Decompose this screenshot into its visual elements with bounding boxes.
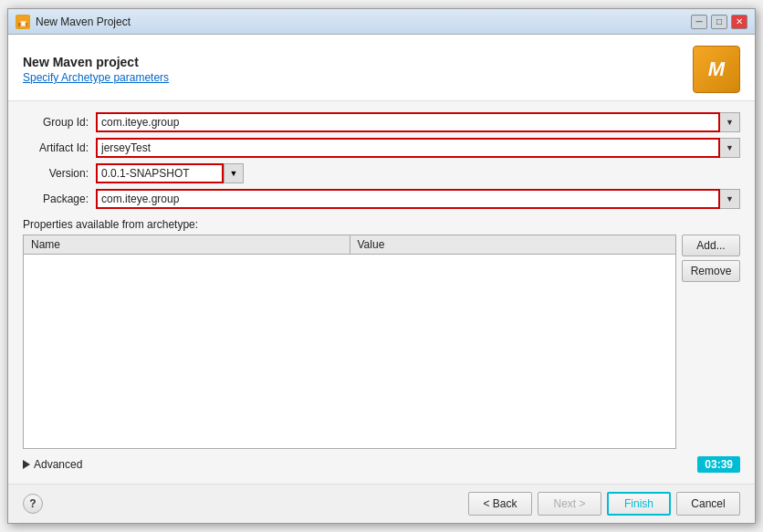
time-badge: 03:39 — [697, 456, 740, 473]
cancel-button[interactable]: Cancel — [676, 492, 740, 516]
properties-section: Properties available from archetype: Nam… — [23, 218, 740, 449]
help-button[interactable]: ? — [23, 494, 43, 514]
dialog-subtitle[interactable]: Specify Archetype parameters — [23, 71, 169, 84]
group-id-label: Group Id: — [23, 116, 96, 129]
dialog-body: Group Id: ▼ Artifact Id: ▼ Version: ▼ Pa… — [8, 101, 755, 484]
artifact-id-label: Artifact Id: — [23, 141, 96, 154]
version-dropdown-arrow[interactable]: ▼ — [224, 163, 244, 183]
package-row: Package: ▼ — [23, 189, 740, 209]
version-input[interactable] — [96, 163, 224, 183]
table-header: Name Value — [24, 235, 675, 255]
svg-text:▣: ▣ — [20, 19, 26, 26]
artifact-id-input-wrapper: ▼ — [96, 138, 740, 158]
dialog-window: ▣ New Maven Project ─ □ ✕ New Maven proj… — [7, 8, 756, 524]
package-input[interactable] — [96, 189, 720, 209]
group-id-input[interactable] — [96, 112, 720, 132]
dialog-footer: ? < Back Next > Finish Cancel — [8, 484, 755, 523]
version-row: Version: ▼ — [23, 163, 740, 183]
next-button[interactable]: Next > — [538, 492, 601, 516]
group-id-dropdown-arrow[interactable]: ▼ — [720, 112, 740, 132]
remove-button[interactable]: Remove — [682, 260, 740, 282]
window-controls: ─ □ ✕ — [691, 15, 747, 29]
name-column-header: Name — [24, 235, 350, 254]
version-input-wrapper: ▼ — [96, 163, 244, 183]
artifact-id-input[interactable] — [96, 138, 720, 158]
group-id-row: Group Id: ▼ — [23, 112, 740, 132]
footer-right: < Back Next > Finish Cancel — [468, 492, 740, 516]
finish-button[interactable]: Finish — [607, 492, 671, 516]
footer-left: ? — [23, 494, 43, 514]
advanced-toggle[interactable]: Advanced — [23, 458, 82, 471]
group-id-input-wrapper: ▼ — [96, 112, 740, 132]
artifact-id-row: Artifact Id: ▼ — [23, 138, 740, 158]
value-column-header: Value — [350, 235, 676, 254]
window-title: New Maven Project — [36, 16, 691, 28]
window-icon: ▣ — [16, 15, 30, 29]
minimize-button[interactable]: ─ — [691, 15, 707, 29]
package-dropdown-arrow[interactable]: ▼ — [720, 189, 740, 209]
properties-container: Name Value Add... Remove — [23, 235, 740, 449]
restore-button[interactable]: □ — [711, 15, 727, 29]
dialog-header: New Maven project Specify Archetype para… — [8, 35, 755, 101]
dialog-title: New Maven project — [23, 55, 169, 69]
close-button[interactable]: ✕ — [731, 15, 747, 29]
package-input-wrapper: ▼ — [96, 189, 740, 209]
maven-icon: M — [693, 46, 740, 93]
title-bar: ▣ New Maven Project ─ □ ✕ — [8, 9, 755, 35]
package-label: Package: — [23, 193, 96, 205]
advanced-label: Advanced — [34, 458, 82, 471]
artifact-id-dropdown-arrow[interactable]: ▼ — [720, 138, 740, 158]
properties-buttons: Add... Remove — [682, 235, 740, 449]
version-label: Version: — [23, 167, 96, 180]
add-button[interactable]: Add... — [682, 235, 740, 256]
table-body — [24, 255, 675, 448]
advanced-section: Advanced 03:39 — [23, 456, 740, 473]
advanced-arrow-icon — [23, 460, 30, 469]
properties-label: Properties available from archetype: — [23, 218, 740, 231]
back-button[interactable]: < Back — [468, 492, 532, 516]
properties-table: Name Value — [23, 235, 676, 449]
